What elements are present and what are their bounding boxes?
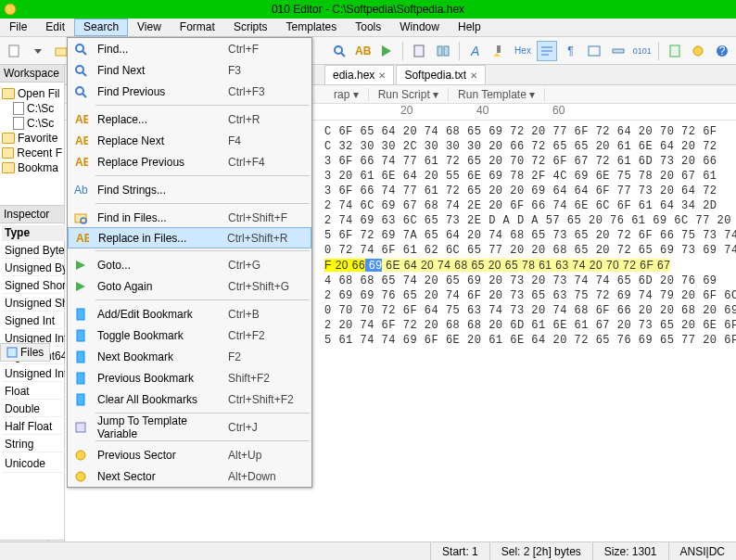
svg-point-18 bbox=[693, 46, 703, 56]
font-button[interactable]: A bbox=[465, 41, 486, 61]
workspace-tree[interactable]: Open FilC:\ScC:\ScFavoriteRecent FBookma bbox=[0, 83, 64, 179]
svg-rect-9 bbox=[444, 46, 449, 56]
status-encoding: ANSI|DC bbox=[668, 542, 736, 560]
menu-search[interactable]: Search bbox=[74, 19, 128, 36]
menu-item-bookmark-clear[interactable]: Clear All BookmarksCtrl+Shift+F2 bbox=[68, 388, 311, 410]
menu-item-find-next[interactable]: Find NextF3 bbox=[68, 59, 311, 81]
menu-item-find-in-files[interactable]: Find in Files...Ctrl+Shift+F bbox=[68, 207, 311, 228]
menu-item-replace-next[interactable]: ABReplace NextF4 bbox=[68, 130, 311, 151]
binary-button[interactable]: 0101 bbox=[632, 41, 653, 61]
workspace-item[interactable]: Recent F bbox=[2, 146, 62, 160]
menu-item-jump-template[interactable]: Jump To Template VariableCtrl+J bbox=[68, 416, 311, 438]
menu-item-shortcut: Ctrl+B bbox=[228, 308, 311, 321]
menu-item-bookmark-toggle[interactable]: Toggle BookmarkCtrl+F2 bbox=[68, 325, 311, 346]
menu-item-goto[interactable]: Goto...Ctrl+G bbox=[68, 254, 311, 275]
workspace-item[interactable]: C:\Sc bbox=[2, 116, 62, 131]
align-button[interactable] bbox=[537, 41, 557, 61]
menu-window[interactable]: Window bbox=[390, 19, 449, 36]
menu-item-label: Find Strings... bbox=[94, 184, 228, 197]
menu-item-shortcut: F4 bbox=[228, 134, 311, 147]
workspace-header: Workspace bbox=[0, 65, 64, 83]
menu-edit[interactable]: Edit bbox=[36, 19, 74, 36]
svg-point-46 bbox=[76, 451, 85, 460]
close-icon[interactable]: ✕ bbox=[470, 70, 477, 81]
menu-item-replace-prev[interactable]: ABReplace PreviousCtrl+F4 bbox=[68, 151, 311, 172]
workspace-item[interactable]: C:\Sc bbox=[2, 101, 62, 116]
ruler-button[interactable] bbox=[608, 41, 628, 61]
svg-rect-21 bbox=[7, 348, 17, 357]
wrap-button[interactable]: rap ▾ bbox=[324, 88, 369, 101]
dropdown-arrow[interactable] bbox=[28, 41, 48, 61]
menu-view[interactable]: View bbox=[128, 19, 171, 36]
menu-item-label: Add/Edit Bookmark bbox=[94, 308, 228, 321]
menu-help[interactable]: Help bbox=[449, 19, 490, 36]
file-tab[interactable]: Softpedia.txt✕ bbox=[396, 65, 486, 84]
pilcrow-button[interactable]: ¶ bbox=[561, 41, 581, 61]
highlight-button[interactable] bbox=[489, 41, 509, 61]
svg-rect-3 bbox=[56, 48, 67, 56]
svg-rect-17 bbox=[670, 45, 679, 57]
run-script-button[interactable]: Run Script ▾ bbox=[369, 88, 449, 101]
menu-item-bookmark-next[interactable]: Next BookmarkF2 bbox=[68, 346, 311, 367]
menu-item-bookmark-add[interactable]: Add/Edit BookmarkCtrl+B bbox=[68, 303, 311, 325]
close-icon[interactable]: ✕ bbox=[378, 70, 386, 81]
menu-item-find[interactable]: Find...Ctrl+F bbox=[68, 38, 311, 59]
calculator-button[interactable] bbox=[665, 41, 685, 61]
replace-prev-icon: AB bbox=[68, 155, 94, 170]
menu-templates[interactable]: Templates bbox=[277, 19, 347, 36]
calc-button[interactable] bbox=[409, 41, 429, 61]
svg-rect-11 bbox=[497, 45, 501, 53]
menu-item-find-strings[interactable]: AbcFind Strings... bbox=[68, 179, 311, 200]
menu-item-sector-prev[interactable]: Previous SectorAlt+Up bbox=[68, 444, 311, 465]
file-tab-label: edia.hex bbox=[333, 69, 374, 82]
menu-item-goto-again[interactable]: Goto AgainCtrl+Shift+G bbox=[68, 275, 311, 297]
menu-item-shortcut: Ctrl+F3 bbox=[228, 85, 311, 98]
search-menu-dropdown[interactable]: Find...Ctrl+FFind NextF3Find PreviousCtr… bbox=[67, 37, 312, 488]
svg-marker-39 bbox=[76, 282, 85, 291]
folder-icon bbox=[2, 88, 15, 99]
menu-file[interactable]: File bbox=[0, 19, 36, 36]
find-button[interactable] bbox=[329, 41, 349, 61]
app-icon bbox=[4, 3, 17, 16]
menu-item-replace[interactable]: ABReplace...Ctrl+R bbox=[68, 108, 311, 130]
goto-icon bbox=[68, 258, 94, 273]
goto-button[interactable] bbox=[377, 41, 398, 61]
run-template-button[interactable]: Run Template ▾ bbox=[449, 88, 545, 101]
menu-item-shortcut: F2 bbox=[228, 350, 311, 363]
bookmark-add-icon bbox=[68, 307, 94, 322]
hex-button[interactable]: Hex bbox=[513, 41, 533, 61]
help-button[interactable]: ? bbox=[712, 41, 732, 61]
tools-button[interactable] bbox=[688, 41, 708, 61]
files-tab[interactable]: Files bbox=[0, 343, 50, 362]
menu-item-shortcut: Alt+Down bbox=[228, 470, 311, 483]
workspace-item[interactable]: Favorite bbox=[2, 131, 62, 146]
tab-button[interactable] bbox=[584, 41, 604, 61]
menu-item-sector-next[interactable]: Next SectorAlt+Down bbox=[68, 465, 311, 487]
svg-point-0 bbox=[5, 4, 16, 15]
replace-icon: AB bbox=[68, 112, 94, 127]
menu-item-label: Find in Files... bbox=[94, 211, 228, 224]
menubar[interactable]: FileEditSearchViewFormatScriptsTemplates… bbox=[0, 19, 736, 37]
menu-item-label: Previous Bookmark bbox=[94, 372, 228, 385]
menu-item-label: Goto Again bbox=[94, 280, 228, 293]
menu-item-find-prev[interactable]: Find PreviousCtrl+F3 bbox=[68, 81, 311, 102]
compare-button[interactable] bbox=[433, 41, 453, 61]
menu-format[interactable]: Format bbox=[171, 19, 224, 36]
status-start: Start: 1 bbox=[430, 542, 489, 560]
menu-scripts[interactable]: Scripts bbox=[224, 19, 277, 36]
replace-button[interactable]: AB bbox=[353, 41, 374, 61]
ruler-tick: 40 bbox=[476, 104, 552, 120]
goto-again-icon bbox=[68, 279, 94, 294]
file-tab[interactable]: edia.hex✕ bbox=[324, 65, 394, 84]
ruler-tick: 20 bbox=[400, 104, 476, 120]
menu-item-bookmark-prev[interactable]: Previous BookmarkShift+F2 bbox=[68, 367, 311, 388]
file-icon bbox=[13, 117, 24, 130]
svg-rect-7 bbox=[414, 45, 424, 57]
workspace-item[interactable]: Open Fil bbox=[2, 86, 62, 101]
menu-tools[interactable]: Tools bbox=[346, 19, 390, 36]
svg-marker-38 bbox=[76, 261, 85, 270]
svg-text:Abc: Abc bbox=[74, 184, 88, 197]
menu-item-replace-in-files[interactable]: ABReplace in Files...Ctrl+Shift+R bbox=[68, 227, 311, 248]
new-file-button[interactable] bbox=[4, 41, 24, 61]
workspace-item[interactable]: Bookma bbox=[2, 160, 62, 175]
